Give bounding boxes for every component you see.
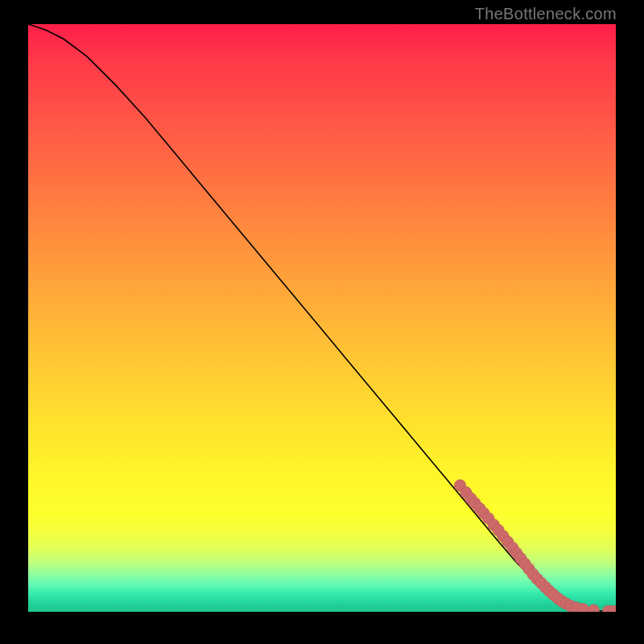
plot-area (28, 24, 616, 612)
chart-overlay (28, 24, 616, 612)
baseline (28, 611, 616, 612)
bottleneck-curve (28, 24, 616, 612)
watermark-text: TheBottleneck.com (475, 5, 617, 23)
chart-stage: TheBottleneck.com (0, 0, 644, 644)
data-markers (454, 480, 616, 612)
